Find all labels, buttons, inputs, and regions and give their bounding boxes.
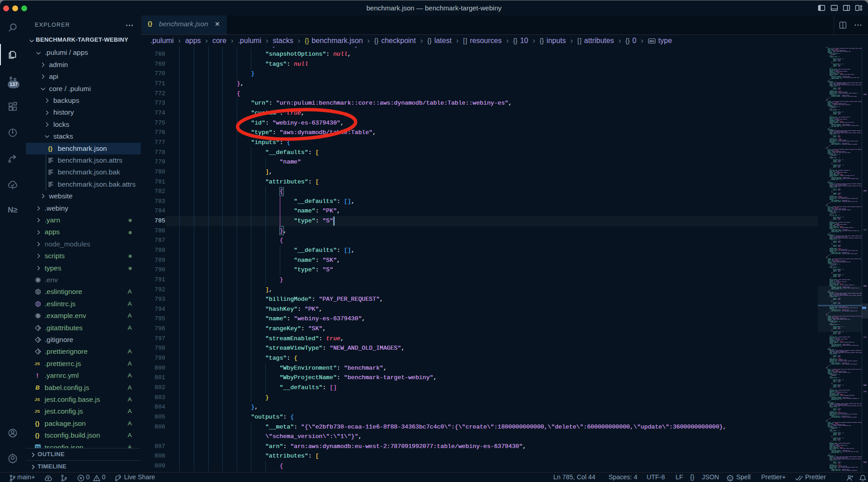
svg-text:abc: abc [649, 39, 655, 43]
